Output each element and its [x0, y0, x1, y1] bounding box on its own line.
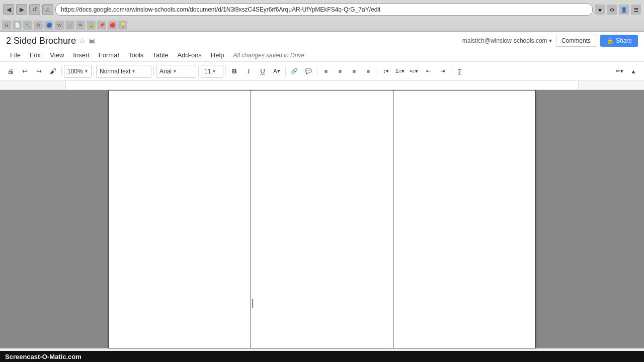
ext-icon-1[interactable]: G: [2, 21, 11, 30]
menu-help[interactable]: Help: [207, 50, 228, 60]
align-justify-button[interactable]: ≡: [362, 65, 375, 78]
ext-icon-9[interactable]: 🔒: [87, 21, 96, 30]
table-cell-3[interactable]: [393, 90, 536, 348]
home-button[interactable]: ⌂: [42, 4, 53, 15]
browser-chrome: ◀ ▶ ↺ ⌂ https://docs.google.com/a/winslo…: [0, 0, 644, 32]
bookmark-icon[interactable]: ★: [595, 5, 605, 15]
ext-icon-10[interactable]: 📌: [97, 21, 106, 30]
bold-button[interactable]: B: [228, 65, 241, 78]
docs-header: 2 Sided Brochure ☆ ▣ maistich@winslow-sc…: [0, 32, 644, 62]
separator-4: [198, 66, 199, 76]
sidebar-left: [0, 90, 65, 348]
separator-9: [451, 66, 451, 76]
browser-toolbar: ◀ ▶ ↺ ⌂ https://docs.google.com/a/winslo…: [0, 0, 644, 19]
main-area: |: [0, 90, 644, 348]
ext-icon-8[interactable]: ✉: [76, 21, 85, 30]
extensions-icon[interactable]: ⚙: [607, 5, 617, 15]
document-page[interactable]: |: [108, 90, 536, 348]
bottom-bar: Screencast-O-Matic.com: [0, 351, 644, 362]
ext-icon-12[interactable]: 💡: [118, 21, 127, 30]
menu-insert[interactable]: Insert: [69, 50, 94, 60]
ext-icon-3[interactable]: 🔧: [23, 21, 32, 30]
save-status: All changes saved in Drive: [233, 52, 304, 59]
table-cell-1[interactable]: [109, 90, 251, 348]
share-label: Share: [616, 37, 632, 44]
align-left-button[interactable]: ≡: [319, 65, 333, 78]
lock-icon: 🔒: [606, 37, 614, 44]
bullet-list-button[interactable]: •≡▾: [408, 65, 421, 78]
decrease-indent-button[interactable]: ⇤: [422, 65, 435, 78]
align-right-button[interactable]: ≡: [348, 65, 361, 78]
separator-5: [225, 66, 226, 76]
undo-button[interactable]: ↩: [18, 65, 31, 78]
italic-button[interactable]: I: [242, 65, 255, 78]
ruler: [0, 81, 644, 90]
doc-table[interactable]: [108, 90, 536, 348]
line-spacing-button[interactable]: ↕▾: [379, 65, 392, 78]
ruler-inner: [65, 81, 579, 89]
menu-table[interactable]: Table: [148, 50, 172, 60]
page-container: |: [65, 90, 579, 348]
font-size-dropdown[interactable]: 11 ▾: [201, 65, 223, 78]
docs-title-row: 2 Sided Brochure ☆ ▣ maistich@winslow-sc…: [6, 35, 638, 49]
browser-icons: ★ ⚙ 👤 ☰: [595, 5, 641, 15]
ext-icon-6[interactable]: W: [55, 21, 64, 30]
separator-6: [285, 66, 286, 76]
zoom-dropdown[interactable]: 100% ▾: [64, 65, 92, 78]
redo-button[interactable]: ↪: [32, 65, 45, 78]
menu-tools[interactable]: Tools: [124, 50, 147, 60]
separator-7: [317, 66, 317, 76]
font-arrow: ▾: [174, 68, 176, 74]
numbered-list-button[interactable]: 1≡▾: [393, 65, 407, 78]
paint-format-button[interactable]: 🖌: [46, 65, 59, 78]
address-bar[interactable]: https://docs.google.com/a/winslow-school…: [55, 4, 593, 16]
back-button[interactable]: ◀: [3, 4, 14, 15]
ext-icon-2[interactable]: 📄: [13, 21, 22, 30]
separator-1: [61, 66, 62, 76]
user-icon[interactable]: 👤: [619, 5, 629, 15]
docs-title-right: maistich@winslow-schools.com ▾ Comments …: [462, 35, 638, 47]
menu-addons[interactable]: Add-ons: [173, 50, 205, 60]
font-size-value: 11: [204, 68, 211, 75]
comments-button[interactable]: Comments: [556, 35, 596, 47]
forward-button[interactable]: ▶: [16, 4, 27, 15]
style-dropdown[interactable]: Normal text ▾: [96, 65, 151, 78]
share-button[interactable]: 🔒 Share: [600, 35, 638, 47]
menu-bar: File Edit View Insert Format Tools Table…: [6, 49, 638, 61]
star-icon[interactable]: ☆: [79, 37, 86, 45]
font-dropdown[interactable]: Arial ▾: [156, 65, 196, 78]
text-color-button[interactable]: A▾: [270, 65, 283, 78]
collapse-button[interactable]: ▲: [627, 65, 640, 78]
menu-file[interactable]: File: [6, 50, 25, 60]
ext-icon-4[interactable]: ⚙: [34, 21, 43, 30]
print-button[interactable]: 🖨: [4, 65, 17, 78]
formula-button[interactable]: ∑: [453, 65, 466, 78]
folder-icon[interactable]: ▣: [89, 37, 95, 45]
toolbar: 🖨 ↩ ↪ 🖌 100% ▾ Normal text ▾ Arial ▾ 11 …: [0, 62, 644, 81]
ext-icon-7[interactable]: 🛒: [65, 21, 74, 30]
ext-icon-5[interactable]: 🔵: [44, 21, 53, 30]
menu-format[interactable]: Format: [95, 50, 123, 60]
ext-icon-11[interactable]: 🔴: [108, 21, 117, 30]
text-cursor: |: [252, 298, 254, 308]
zoom-arrow: ▾: [85, 68, 88, 74]
link-button[interactable]: 🔗: [288, 65, 301, 78]
increase-indent-button[interactable]: ⇥: [436, 65, 449, 78]
refresh-button[interactable]: ↺: [29, 4, 40, 15]
font-value: Arial: [159, 68, 172, 75]
menu-edit[interactable]: Edit: [26, 50, 45, 60]
underline-button[interactable]: U: [256, 65, 269, 78]
comment-button[interactable]: 💬: [302, 65, 315, 78]
zoom-value: 100%: [67, 68, 83, 75]
align-center-button[interactable]: ≡: [334, 65, 347, 78]
table-cell-2[interactable]: [251, 90, 393, 348]
docs-title-left: 2 Sided Brochure ☆ ▣: [6, 36, 95, 46]
menu-view[interactable]: View: [46, 50, 68, 60]
size-arrow: ▾: [213, 68, 215, 74]
edit-button[interactable]: ✏▾: [613, 65, 626, 78]
user-email[interactable]: maistich@winslow-schools.com ▾: [462, 37, 552, 44]
sidebar-right: [579, 90, 644, 348]
doc-title: 2 Sided Brochure: [6, 36, 76, 46]
menu-icon[interactable]: ☰: [631, 5, 641, 15]
style-arrow: ▾: [132, 68, 135, 74]
